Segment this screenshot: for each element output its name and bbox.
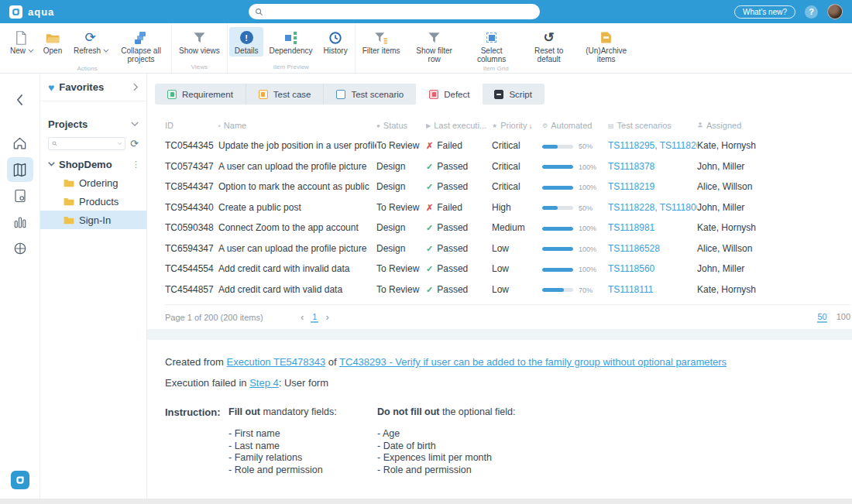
- collapse-all-projects-button[interactable]: Collapse all projects: [112, 27, 170, 65]
- cell-automated: 100%: [542, 177, 608, 197]
- tab-defect[interactable]: Defect: [417, 84, 482, 105]
- global-search[interactable]: [249, 4, 540, 19]
- heart-icon: ♥: [48, 81, 54, 94]
- cell-status: Design: [376, 177, 426, 197]
- tree-item-sign-in[interactable]: Sign-In: [40, 211, 146, 229]
- details-button[interactable]: ! Details: [229, 27, 264, 57]
- next-page-icon[interactable]: ›: [325, 311, 328, 323]
- test-scenario-link[interactable]: TS1118219: [608, 181, 654, 192]
- execution-column-icon: ▶: [426, 122, 431, 129]
- favorites-row[interactable]: ♥ Favorites: [40, 74, 146, 101]
- user-avatar[interactable]: [827, 4, 843, 19]
- refresh-button[interactable]: ⟳ Refresh: [68, 27, 112, 57]
- previous-page-icon[interactable]: ‹: [301, 311, 304, 323]
- mandatory-field-item: - Family relations: [228, 452, 377, 465]
- column-header-id[interactable]: ID: [165, 115, 218, 135]
- table-row[interactable]: TC4544857 Add credit card with valid dat…: [165, 279, 850, 300]
- collapse-sidebar-button[interactable]: [7, 87, 33, 112]
- projects-header[interactable]: Projects: [40, 118, 146, 130]
- cell-status: To Review: [376, 135, 426, 156]
- column-header-last-execution[interactable]: ▶Last executi...: [426, 115, 492, 135]
- global-search-input[interactable]: [267, 7, 534, 16]
- analytics-nav-icon[interactable]: [7, 210, 33, 235]
- test-scenario-link[interactable]: TS1118295, TS1118203: [608, 140, 697, 151]
- test-scenario-link[interactable]: TS1118378: [608, 161, 654, 172]
- history-button[interactable]: History: [318, 27, 353, 57]
- test-scenario-link[interactable]: TS11186528: [608, 243, 660, 254]
- panel-divider: [147, 329, 852, 340]
- execution-result-icon: ✓: [426, 223, 433, 232]
- tab-test-case[interactable]: Test case: [246, 84, 325, 105]
- mandatory-field-item: - First name: [228, 428, 377, 441]
- page-size-50[interactable]: 50: [817, 312, 826, 323]
- test-scenario-link[interactable]: TS1118111: [608, 284, 654, 295]
- project-browser-nav-icon[interactable]: [7, 157, 33, 182]
- table-row[interactable]: TC9544340 Create a public post To Review…: [165, 197, 850, 218]
- cell-last-execution: ✓Passed: [426, 218, 492, 238]
- cell-id: TC4544857: [165, 279, 218, 300]
- automation-progress-bar: [542, 288, 573, 292]
- table-row[interactable]: TC0590348 Connect Zoom to the app accoun…: [165, 218, 850, 238]
- integrations-nav-icon[interactable]: [7, 236, 33, 261]
- column-header-test-scenarios[interactable]: ▤Test scenarios: [608, 115, 697, 135]
- column-header-automated[interactable]: ⚙Automated: [542, 115, 608, 135]
- column-header-status[interactable]: ●Status: [376, 115, 426, 135]
- automation-percent: 100%: [579, 245, 596, 253]
- whats-new-button[interactable]: What's new?: [734, 5, 795, 19]
- test-scenario-link[interactable]: TS1118981: [608, 222, 654, 233]
- test-scenario-link[interactable]: TS1118560: [608, 263, 654, 274]
- cell-assigned: Kate, Hornysh: [697, 279, 850, 300]
- cell-name: Connect Zoom to the app account: [218, 218, 376, 238]
- table-row[interactable]: TC0574347 A user can upload the profile …: [165, 156, 850, 177]
- open-button[interactable]: Open: [37, 27, 68, 57]
- cell-test-scenarios: TS1118295, TS1118203: [608, 135, 697, 156]
- select-columns-button[interactable]: Select columns: [463, 27, 520, 65]
- cell-last-execution: ✓Passed: [426, 156, 492, 177]
- tab-test-scenario[interactable]: Test scenario: [324, 84, 417, 105]
- execution-result-icon: ✗: [426, 203, 433, 212]
- reset-to-default-button[interactable]: ↺ Reset to default: [520, 27, 578, 65]
- reports-nav-icon[interactable]: [7, 183, 33, 208]
- aqua-bottom-logo[interactable]: [11, 471, 29, 489]
- automation-percent: 100%: [579, 266, 596, 273]
- column-header-assigned[interactable]: Assigned: [697, 115, 850, 135]
- table-row[interactable]: TC8544347 Option to mark the account as …: [165, 177, 850, 197]
- table-row[interactable]: TC6594347 A user can upload the profile …: [165, 238, 850, 259]
- tree-root-shopdemo[interactable]: ShopDemo ⋮: [40, 155, 146, 173]
- tree-item-ordering[interactable]: Ordering: [40, 173, 146, 192]
- cell-id: TC8544347: [165, 177, 218, 197]
- project-search-input[interactable]: [60, 139, 115, 148]
- tree-item-products[interactable]: Products: [40, 192, 146, 211]
- new-button[interactable]: New: [5, 27, 37, 57]
- page-number[interactable]: 1: [311, 312, 318, 323]
- table-row[interactable]: TC0544345 Update the job position in a u…: [165, 135, 850, 156]
- horizontal-scrollbar[interactable]: [0, 499, 852, 504]
- kebab-menu-icon[interactable]: ⋮: [132, 159, 140, 170]
- help-button[interactable]: ?: [805, 5, 818, 19]
- tab-script[interactable]: Script: [482, 84, 544, 105]
- dependency-button[interactable]: Dependency: [263, 27, 318, 57]
- test-scenario-link[interactable]: TS1118228, TS1118002: [608, 202, 697, 213]
- project-search-box[interactable]: [48, 137, 125, 150]
- unarchive-items-button[interactable]: (Un)Archive items: [578, 27, 635, 65]
- cell-automated: 70%: [542, 279, 608, 300]
- cell-name: A user can upload the profile picture: [218, 156, 376, 177]
- execution-link[interactable]: Execution TE5478343: [227, 356, 326, 368]
- column-header-priority[interactable]: ★Priority↓: [492, 115, 542, 135]
- favorites-label: Favorites: [59, 81, 129, 93]
- test-case-link[interactable]: TC438293 - Verify if user can be added t…: [339, 356, 727, 368]
- cell-id: TC0574347: [165, 156, 218, 177]
- table-row[interactable]: TC4544554 Add credit card with invalid d…: [165, 259, 850, 279]
- step-link[interactable]: Step 4: [249, 377, 279, 389]
- group-label-item-preview: Item Preview: [229, 63, 353, 73]
- item-type-tabs: Requirement Test case Test scenario Defe…: [155, 84, 545, 105]
- home-nav-icon[interactable]: [7, 131, 33, 156]
- column-header-name[interactable]: ▪Name: [218, 115, 376, 135]
- show-views-button[interactable]: Show views: [173, 27, 225, 57]
- filter-items-button[interactable]: Filter items: [357, 27, 406, 57]
- show-filter-row-button[interactable]: Show filter row: [406, 27, 463, 65]
- tab-requirement[interactable]: Requirement: [155, 84, 246, 105]
- page-size-100[interactable]: 100: [837, 312, 850, 323]
- cell-name: A user can upload the profile picture: [218, 238, 376, 259]
- refresh-projects-icon[interactable]: ⟳: [130, 139, 139, 149]
